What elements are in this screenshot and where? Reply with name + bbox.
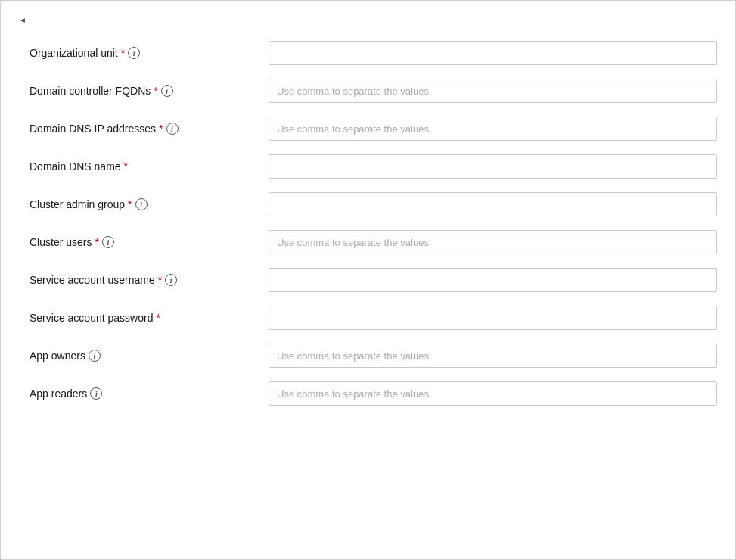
form-row-service-account-password: Service account password * [19,304,717,331]
info-icon-app-readers[interactable]: i [90,387,102,400]
label-text-app-readers: App readers [30,387,87,400]
label-app-readers: App readersi [19,387,269,400]
form-row-domain-dns-ip: Domain DNS IP addresses *i [19,115,717,142]
form-row-service-account-username: Service account username *i [19,266,717,294]
input-col-domain-dns-name [269,154,717,179]
info-icon-org-unit[interactable]: i [128,47,140,59]
input-col-domain-dns-ip [269,117,717,141]
input-org-unit[interactable] [269,41,717,65]
form-row-cluster-admin-group: Cluster admin group *i [19,191,717,218]
required-star-domain-dns-name: * [124,160,128,173]
input-col-app-readers [269,381,717,406]
label-domain-fqdns: Domain controller FQDNs *i [19,85,269,97]
input-domain-dns-ip[interactable] [269,117,717,141]
info-icon-cluster-admin-group[interactable]: i [135,198,148,210]
required-star-domain-dns-ip: * [159,123,163,135]
info-icon-service-account-username[interactable]: i [165,274,177,286]
label-text-cluster-users: Cluster users [30,236,92,248]
form-row-app-readers: App readersi [19,380,717,407]
input-col-org-unit [269,41,717,65]
form-row-app-owners: App ownersi [19,342,717,369]
input-service-account-password[interactable] [269,306,717,330]
info-icon-domain-dns-ip[interactable]: i [166,123,179,135]
input-col-app-owners [269,344,717,368]
input-cluster-users[interactable] [269,230,717,254]
input-app-readers[interactable] [269,381,717,406]
label-text-org-unit: Organizational unit [30,47,118,59]
form-row-org-unit: Organizational unit *i [19,39,717,67]
info-icon-domain-fqdns[interactable]: i [161,85,173,97]
input-service-account-username[interactable] [269,268,717,292]
label-app-owners: App ownersi [19,350,269,362]
input-col-cluster-users [269,230,717,254]
section-header: ◄ [19,16,717,24]
collapse-icon[interactable]: ◄ [19,16,26,24]
label-text-service-account-username: Service account username [30,274,155,286]
label-text-service-account-password: Service account password [30,312,153,324]
info-icon-app-owners[interactable]: i [89,350,101,362]
input-col-service-account-username [269,268,717,292]
label-text-domain-dns-ip: Domain DNS IP addresses [30,123,156,135]
input-col-cluster-admin-group [269,192,717,216]
form-row-domain-dns-name: Domain DNS name * [19,153,717,180]
label-cluster-users: Cluster users *i [19,236,269,248]
required-star-service-account-username: * [158,274,162,286]
label-org-unit: Organizational unit *i [19,47,269,59]
form-row-domain-fqdns: Domain controller FQDNs *i [19,77,717,104]
required-star-domain-fqdns: * [154,85,157,97]
form-row-cluster-users: Cluster users *i [19,229,717,256]
input-domain-fqdns[interactable] [269,79,717,103]
input-col-domain-fqdns [269,79,717,103]
label-domain-dns-name: Domain DNS name * [19,160,269,173]
input-cluster-admin-group[interactable] [269,192,717,216]
label-cluster-admin-group: Cluster admin group *i [19,198,269,210]
label-text-domain-fqdns: Domain controller FQDNs [30,85,151,97]
required-star-org-unit: * [121,47,125,59]
label-service-account-password: Service account password * [19,312,269,324]
required-star-cluster-users: * [95,236,98,248]
info-icon-cluster-users[interactable]: i [102,236,114,248]
input-app-owners[interactable] [269,344,717,368]
required-star-service-account-password: * [156,312,160,324]
label-domain-dns-ip: Domain DNS IP addresses *i [19,123,269,135]
active-directory-settings-panel: ◄ Organizational unit *iDomain controlle… [0,0,736,560]
input-col-service-account-password [269,306,717,330]
input-domain-dns-name[interactable] [269,154,717,179]
label-text-domain-dns-name: Domain DNS name [30,160,121,173]
required-star-cluster-admin-group: * [128,198,132,210]
label-text-app-owners: App owners [30,350,85,362]
label-service-account-username: Service account username *i [19,274,269,286]
form-rows-container: Organizational unit *iDomain controller … [19,39,717,407]
label-text-cluster-admin-group: Cluster admin group [30,198,125,210]
